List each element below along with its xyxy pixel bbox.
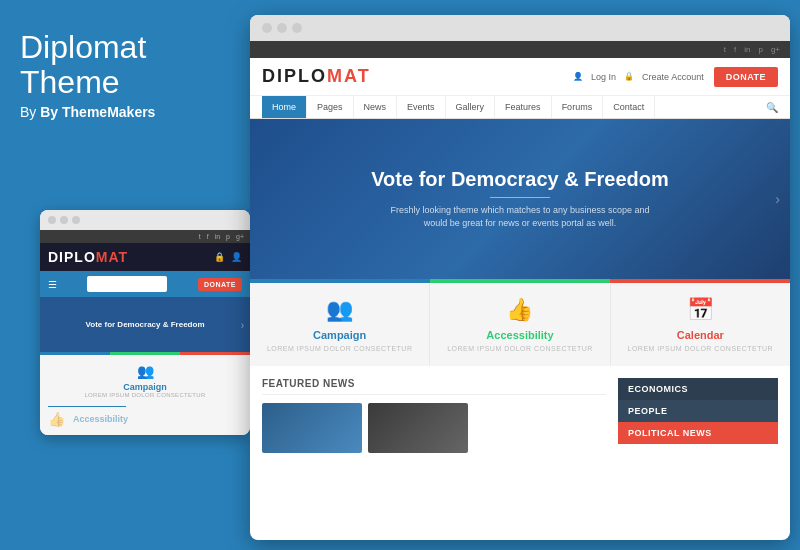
desktop-sidebar: ECONOMICS PEOPLE POLITICAL NEWS — [618, 378, 778, 453]
accessibility-icon: 👍 — [48, 411, 65, 427]
bar-green — [110, 352, 180, 355]
desktop-logo: DIPLOMAT — [262, 66, 371, 87]
desktop-bottom-section: FEATURED NEWS ECONOMICS PEOPLE POLITICAL… — [250, 366, 790, 465]
mobile-accessibility-title: Accessibility — [73, 414, 128, 424]
mobile-feature-campaign-title: Campaign — [48, 382, 242, 392]
campaign-icon: 👥 — [48, 363, 242, 379]
desktop-header-right: 👤 Log In 🔒 Create Account DONATE — [573, 67, 778, 87]
sidebar-item-political-news[interactable]: POLITICAL NEWS — [618, 422, 778, 444]
mobile-donate-button[interactable]: DONATE — [198, 278, 242, 291]
desktop-accessibility-title: Accessibility — [438, 329, 601, 341]
desktop-hero-title: Vote for Democracy & Freedom — [371, 168, 669, 191]
mobile-traffic-lights — [40, 210, 250, 230]
mobile-mockup: t f in p g+ DIPLOMAT 🔒 👤 ☰ DONATE Vote f… — [40, 210, 250, 435]
nav-item-pages[interactable]: Pages — [307, 96, 354, 118]
desktop-hero-content: Vote for Democracy & Freedom Freshly loo… — [371, 168, 669, 231]
desktop-social-linkedin: in — [744, 45, 750, 54]
left-panel: Diplomat Theme By By ThemeMakers t f in … — [20, 30, 230, 120]
mobile-hero-text: Vote for Democracy & Freedom — [86, 320, 205, 329]
desktop-accessibility-sub: LOREM IPSUM DOLOR CONSECTETUR — [438, 345, 601, 352]
desktop-news-images — [262, 403, 606, 453]
desktop-hero: Vote for Democracy & Freedom Freshly loo… — [250, 119, 790, 279]
mobile-logo-accent: MAT — [96, 249, 128, 265]
desktop-social-bar: t f in p g+ — [250, 41, 790, 58]
traffic-dot-1 — [48, 216, 56, 224]
nav-item-news[interactable]: News — [354, 96, 398, 118]
desktop-calendar-title: Calendar — [619, 329, 782, 341]
desktop-campaign-title: Campaign — [258, 329, 421, 341]
lock-icon: 🔒 — [624, 72, 634, 81]
desktop-calendar-icon: 📅 — [619, 297, 782, 323]
nav-item-features[interactable]: Features — [495, 96, 552, 118]
mobile-feature-campaign-sub: LOREM IPSUM DOLOR CONSECTETUR — [48, 392, 242, 398]
desktop-mockup: t f in p g+ DIPLOMAT 👤 Log In 🔒 Create A… — [250, 15, 790, 540]
news-image-2 — [368, 403, 468, 453]
nav-item-gallery[interactable]: Gallery — [446, 96, 496, 118]
desktop-traffic-dot-2 — [277, 23, 287, 33]
mobile-search-input[interactable] — [87, 276, 167, 292]
mobile-hero-arrow[interactable]: › — [241, 319, 244, 330]
social-icon-google: g+ — [236, 233, 244, 240]
desktop-traffic-dot-1 — [262, 23, 272, 33]
desktop-donate-button[interactable]: DONATE — [714, 67, 778, 87]
nav-item-forums[interactable]: Forums — [552, 96, 604, 118]
theme-byline: By By ThemeMakers — [20, 104, 230, 120]
mobile-colored-bar — [40, 352, 250, 355]
nav-item-contact[interactable]: Contact — [603, 96, 655, 118]
desktop-social-pinterest: p — [758, 45, 762, 54]
mobile-nav-bar: ☰ DONATE — [40, 271, 250, 297]
mobile-header: DIPLOMAT 🔒 👤 — [40, 243, 250, 271]
desktop-featured-news: FEATURED NEWS — [262, 378, 606, 453]
mobile-feature-divider — [48, 406, 242, 407]
desktop-feature-calendar: 📅 Calendar LOREM IPSUM DOLOR CONSECTETUR — [611, 283, 790, 366]
desktop-social-facebook: f — [734, 45, 736, 54]
bar-red — [180, 352, 250, 355]
desktop-login-area: 👤 Log In 🔒 Create Account — [573, 72, 704, 82]
nav-item-events[interactable]: Events — [397, 96, 446, 118]
desktop-hero-divider — [490, 197, 550, 198]
desktop-search-icon[interactable]: 🔍 — [766, 102, 778, 113]
bar-blue — [40, 352, 110, 355]
social-icon-facebook: f — [207, 233, 209, 240]
mobile-social-bar: t f in p g+ — [40, 230, 250, 243]
social-icon-twitter: t — [199, 233, 201, 240]
user-icon: 👤 — [231, 252, 242, 262]
desktop-feature-accessibility: 👍 Accessibility LOREM IPSUM DOLOR CONSEC… — [430, 283, 610, 366]
desktop-social-google: g+ — [771, 45, 780, 54]
desktop-hero-subtitle: Freshly looking theme which matches to a… — [371, 204, 669, 231]
traffic-dot-3 — [72, 216, 80, 224]
desktop-social-twitter: t — [724, 45, 726, 54]
desktop-campaign-icon: 👥 — [258, 297, 421, 323]
sidebar-item-economics[interactable]: ECONOMICS — [618, 378, 778, 400]
mobile-features: 👥 Campaign LOREM IPSUM DOLOR CONSECTETUR… — [40, 355, 250, 435]
theme-title: Diplomat Theme — [20, 30, 230, 100]
traffic-dot-2 — [60, 216, 68, 224]
login-icon: 👤 — [573, 72, 583, 81]
desktop-logo-accent: MAT — [327, 66, 371, 86]
desktop-feature-campaign: 👥 Campaign LOREM IPSUM DOLOR CONSECTETUR — [250, 283, 430, 366]
desktop-campaign-sub: LOREM IPSUM DOLOR CONSECTETUR — [258, 345, 421, 352]
desktop-features: 👥 Campaign LOREM IPSUM DOLOR CONSECTETUR… — [250, 283, 790, 366]
desktop-header: DIPLOMAT 👤 Log In 🔒 Create Account DONAT… — [250, 58, 790, 96]
mobile-logo: DIPLOMAT — [48, 249, 128, 265]
mobile-hero: Vote for Democracy & Freedom › — [40, 297, 250, 352]
login-label[interactable]: Log In — [591, 72, 616, 82]
desktop-accessibility-icon: 👍 — [438, 297, 601, 323]
desktop-traffic-dot-3 — [292, 23, 302, 33]
social-icon-pinterest: p — [226, 233, 230, 240]
desktop-hero-next-arrow[interactable]: › — [775, 191, 780, 207]
nav-item-home[interactable]: Home — [262, 96, 307, 118]
featured-news-title: FEATURED NEWS — [262, 378, 606, 395]
social-icon-linkedin: in — [215, 233, 220, 240]
news-image-1 — [262, 403, 362, 453]
mobile-header-icons: 🔒 👤 — [214, 252, 242, 262]
desktop-traffic-lights — [250, 15, 790, 41]
mobile-feature-accessibility-partial: 👍 Accessibility — [48, 411, 242, 427]
hamburger-icon[interactable]: ☰ — [48, 279, 57, 290]
desktop-nav: Home Pages News Events Gallery Features … — [250, 96, 790, 119]
mobile-feature-campaign: 👥 Campaign LOREM IPSUM DOLOR CONSECTETUR — [48, 363, 242, 398]
create-account-label[interactable]: Create Account — [642, 72, 704, 82]
sidebar-item-people[interactable]: PEOPLE — [618, 400, 778, 422]
lock-icon: 🔒 — [214, 252, 225, 262]
desktop-calendar-sub: LOREM IPSUM DOLOR CONSECTETUR — [619, 345, 782, 352]
